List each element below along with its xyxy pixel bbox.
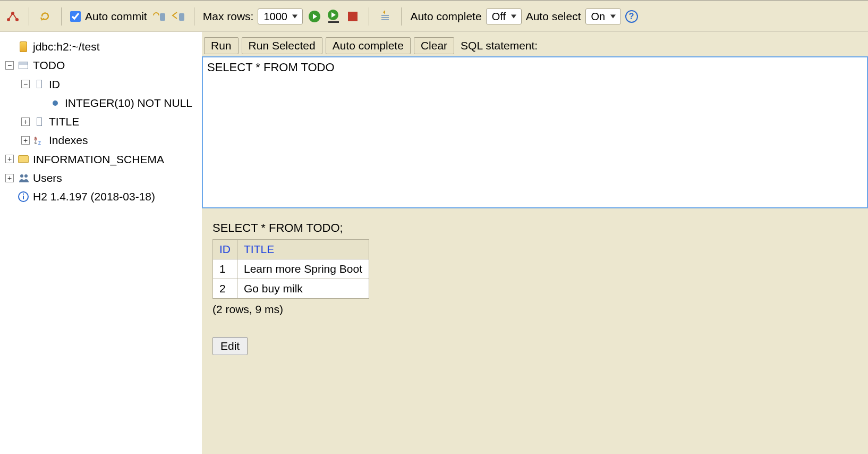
expand-icon[interactable]: + [21,136,30,145]
tree-column-id-type: INTEGER(10) NOT NULL [5,94,197,112]
schema-label: INFORMATION_SCHEMA [33,152,164,166]
svg-rect-17 [23,196,24,199]
svg-rect-18 [23,194,24,195]
svg-rect-11 [381,19,389,20]
cell: Learn more Spring Boot [237,259,369,279]
result-summary: (2 rows, 9 ms) [212,303,857,316]
expand-icon[interactable]: + [5,174,14,182]
tree-column-id[interactable]: − ID [5,75,197,94]
version-label: H2 1.4.197 (2018-03-18) [33,189,155,204]
indexes-label: Indexes [49,133,88,147]
svg-text:z: z [38,140,41,145]
index-icon: az [34,135,45,146]
run-button[interactable]: Run [204,37,239,54]
result-query: SELECT * FROM TODO; [212,221,857,235]
tree-info-schema[interactable]: + INFORMATION_SCHEMA [5,150,197,169]
database-icon [18,41,29,52]
auto-commit-label: Auto commit [85,10,147,23]
tree-indexes[interactable]: + az Indexes [5,131,197,149]
table-row: 1 Learn more Spring Boot [213,259,369,279]
tree-connection[interactable]: jdbc:h2:~/test [5,37,197,56]
users-label: Users [33,171,62,185]
info-icon [18,191,29,202]
column-header-title[interactable]: TITLE [237,240,369,259]
table-label: TODO [33,58,65,72]
svg-point-14 [20,174,23,178]
result-table: ID TITLE 1 Learn more Spring Boot 2 Go b… [212,239,369,299]
separator [194,7,194,26]
users-icon [18,173,29,183]
tree-users[interactable]: + Users [5,169,197,187]
main-area: jdbc:h2:~/test − TODO − ID INTEGER(10) N… [0,32,868,454]
tree-version: H2 1.4.197 (2018-03-18) [5,187,197,206]
column-label: TITLE [49,114,79,129]
commit-icon[interactable] [151,9,166,24]
cell: 1 [213,259,237,279]
table-row: 2 Go buy milk [213,279,369,299]
column-icon [34,116,45,127]
table-header-row: ID TITLE [213,240,369,259]
sql-editor[interactable] [202,56,868,208]
column-header-id[interactable]: ID [213,240,237,259]
auto-commit-checkbox[interactable] [70,11,81,22]
cell: 2 [213,279,237,299]
expand-icon[interactable]: + [21,117,30,126]
column-icon [34,79,45,89]
svg-rect-4 [179,13,184,21]
separator [61,7,62,26]
edit-button[interactable]: Edit [212,337,248,355]
svg-point-0 [7,18,10,21]
sql-statement-label: SQL statement: [461,39,538,52]
svg-rect-3 [160,13,165,21]
folder-icon [18,154,29,164]
svg-point-15 [24,174,28,178]
tree-pane: jdbc:h2:~/test − TODO − ID INTEGER(10) N… [0,32,202,454]
type-icon [50,98,61,108]
cell: Go buy milk [237,279,369,299]
auto-select-select[interactable]: On [585,9,621,24]
auto-complete-button[interactable]: Auto complete [326,37,411,54]
sql-toolbar: Run Run Selected Auto complete Clear SQL… [202,32,868,56]
table-icon [18,60,29,71]
column-type-label: INTEGER(10) NOT NULL [65,96,192,110]
run-icon[interactable] [307,9,322,24]
stop-icon[interactable] [345,9,360,24]
help-icon[interactable]: ? [625,10,638,23]
separator [29,7,29,26]
svg-rect-10 [381,17,389,18]
tree-column-title[interactable]: + TITLE [5,112,197,131]
rollback-icon[interactable] [171,9,185,24]
run-selected-icon[interactable] [326,9,341,24]
run-selected-button[interactable]: Run Selected [242,37,322,54]
history-icon[interactable] [378,9,393,24]
connection-label: jdbc:h2:~/test [33,39,100,54]
collapse-icon[interactable]: − [5,61,14,70]
auto-complete-label: Auto complete [410,10,481,23]
separator [401,7,402,26]
svg-point-2 [11,12,14,15]
auto-select-label: Auto select [526,10,581,23]
collapse-icon[interactable]: − [21,80,30,88]
svg-point-1 [15,18,19,21]
column-label: ID [49,77,60,91]
expand-icon[interactable]: + [5,155,14,163]
auto-complete-select[interactable]: Off [486,9,522,24]
results-area: SELECT * FROM TODO; ID TITLE 1 Learn mor… [202,208,868,368]
svg-rect-7 [328,21,339,23]
disconnect-icon[interactable] [5,9,20,24]
clear-button[interactable]: Clear [414,37,454,54]
max-rows-label: Max rows: [203,10,254,23]
separator [369,7,369,26]
tree-table-todo[interactable]: − TODO [5,56,197,74]
svg-rect-9 [381,15,389,16]
main-toolbar: Auto commit Max rows: 1000 Auto complete… [0,0,868,32]
sql-pane: Run Run Selected Auto complete Clear SQL… [202,32,868,454]
max-rows-select[interactable]: 1000 [258,9,303,24]
svg-rect-8 [348,12,358,21]
refresh-icon[interactable] [38,9,53,24]
